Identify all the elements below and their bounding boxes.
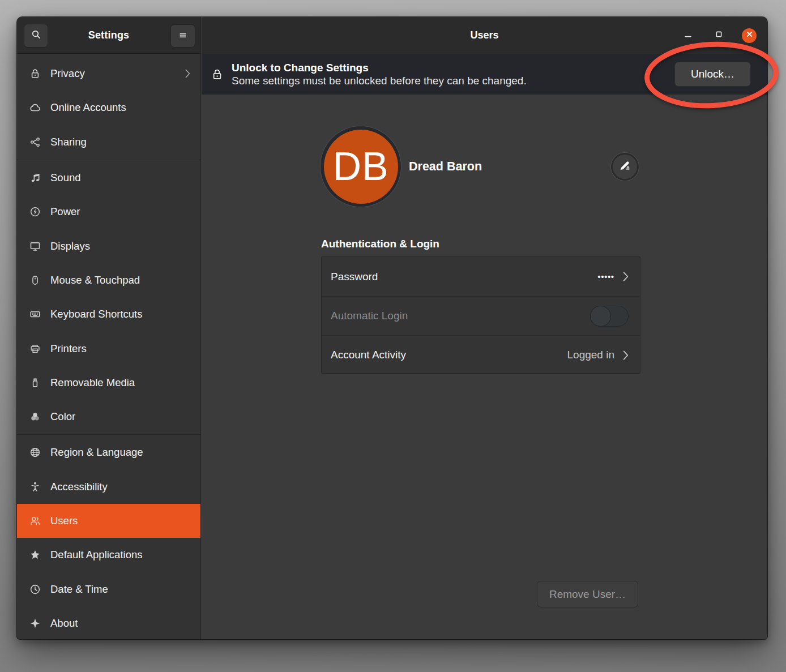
mouse-icon — [29, 275, 41, 286]
sidebar-item-label: Displays — [50, 240, 90, 252]
automatic-login-control — [590, 306, 629, 327]
sidebar-list: PrivacyOnline AccountsSharingSoundPowerD… — [17, 54, 200, 639]
sidebar-item-label: Privacy — [50, 67, 85, 80]
infobar-text: Unlock to Change Settings Some settings … — [232, 61, 527, 88]
users-page: DB Dread Baron Authentication & Login Pa… — [202, 95, 767, 639]
avatar-initials: DB — [324, 130, 398, 204]
sidebar-item-online-accounts[interactable]: Online Accounts — [17, 91, 200, 125]
sidebar-item-accessibility[interactable]: Accessibility — [17, 470, 200, 504]
power-icon — [29, 206, 41, 217]
sidebar-item-sharing[interactable]: Sharing — [17, 125, 200, 159]
sidebar-item-users[interactable]: Users — [17, 504, 200, 538]
auth-list: Password ••••• Automatic Login — [321, 256, 640, 374]
titlebar: Users — [202, 17, 767, 54]
infobar-title: Unlock to Change Settings — [232, 61, 527, 74]
sidebar-separator — [17, 434, 200, 435]
automatic-login-row: Automatic Login — [322, 296, 640, 335]
sidebar-item-label: Sharing — [50, 136, 87, 148]
sound-icon — [29, 172, 41, 183]
sidebar-item-color[interactable]: Color — [17, 400, 200, 434]
remove-user-button[interactable]: Remove User… — [537, 581, 638, 607]
infobar-subtitle: Some settings must be unlocked before th… — [232, 74, 527, 88]
settings-window: Settings PrivacyOnline AccountsSharingSo… — [17, 17, 767, 639]
sidebar-item-label: Default Applications — [50, 549, 143, 561]
sidebar-item-keyboard-shortcuts[interactable]: Keyboard Shortcuts — [17, 297, 200, 331]
lock-icon — [211, 68, 224, 81]
sidebar-item-mouse-touchpad[interactable]: Mouse & Touchpad — [17, 263, 200, 297]
user-name: Dread Baron — [409, 160, 482, 174]
toggle-knob — [590, 306, 611, 327]
password-dots: ••••• — [597, 273, 614, 281]
sidebar-item-label: Sound — [50, 172, 81, 184]
removable-media-icon — [29, 377, 41, 388]
automatic-login-label: Automatic Login — [331, 310, 408, 322]
sidebar-item-label: Power — [50, 206, 80, 218]
account-activity-label: Account Activity — [331, 349, 406, 361]
display-icon — [29, 241, 41, 252]
password-label: Password — [331, 271, 378, 283]
accessibility-icon — [29, 481, 41, 493]
sidebar-item-about[interactable]: About — [17, 606, 200, 639]
sidebar-item-sound[interactable]: Sound — [17, 161, 200, 195]
sidebar-header: Settings — [17, 17, 200, 54]
sidebar-item-privacy[interactable]: Privacy — [17, 57, 200, 91]
close-button[interactable] — [742, 28, 757, 43]
sidebar-item-label: Mouse & Touchpad — [50, 274, 140, 286]
minimize-button[interactable] — [681, 28, 695, 43]
sparkle-icon — [29, 618, 41, 629]
account-activity-row[interactable]: Account Activity Logged in — [322, 335, 640, 374]
edit-name-button[interactable] — [611, 153, 639, 181]
sidebar-item-label: Printers — [50, 343, 87, 355]
cloud-icon — [29, 102, 41, 113]
password-row[interactable]: Password ••••• — [322, 257, 640, 296]
main-pane: Users — [202, 17, 767, 639]
chevron-right-icon — [623, 272, 629, 281]
sidebar-item-printers[interactable]: Printers — [17, 331, 200, 365]
section-title: Authentication & Login — [321, 238, 439, 250]
account-activity-value-group: Logged in — [567, 349, 629, 361]
sidebar-item-label: Color — [50, 410, 75, 423]
sidebar-item-date-time[interactable]: Date & Time — [17, 572, 200, 606]
minimize-icon — [683, 29, 693, 42]
sidebar-item-label: Removable Media — [50, 376, 135, 389]
chevron-right-icon — [185, 69, 190, 78]
password-value-group: ••••• — [597, 272, 629, 281]
sidebar-item-removable-media[interactable]: Removable Media — [17, 366, 200, 400]
globe-icon — [29, 447, 41, 458]
clock-icon — [29, 584, 41, 595]
maximize-button[interactable] — [711, 28, 726, 43]
desktop: Settings PrivacyOnline AccountsSharingSo… — [0, 0, 786, 672]
account-activity-value: Logged in — [567, 349, 614, 361]
sidebar-item-label: Users — [50, 515, 78, 527]
window-controls — [681, 17, 757, 54]
sidebar-item-region-language[interactable]: Region & Language — [17, 435, 200, 469]
unlock-infobar: Unlock to Change Settings Some settings … — [202, 54, 767, 95]
keyboard-icon — [29, 309, 41, 320]
sidebar-item-label: Region & Language — [50, 446, 143, 459]
close-icon — [745, 30, 754, 41]
sidebar-item-label: Accessibility — [50, 481, 108, 493]
sidebar-item-label: Date & Time — [50, 583, 108, 596]
pencil-icon — [617, 158, 633, 176]
sidebar-item-label: Online Accounts — [50, 101, 126, 114]
users-icon — [29, 515, 41, 527]
star-icon — [29, 549, 41, 560]
automatic-login-toggle[interactable] — [590, 306, 629, 327]
maximize-icon — [714, 29, 724, 41]
printer-icon — [29, 343, 41, 354]
color-icon — [29, 411, 41, 422]
avatar: DB — [321, 126, 401, 207]
hamburger-menu-icon — [178, 30, 188, 42]
chevron-right-icon — [623, 350, 629, 360]
primary-menu-button[interactable] — [170, 24, 195, 48]
sidebar-item-default-applications[interactable]: Default Applications — [17, 538, 200, 572]
sidebar-separator — [17, 160, 200, 160]
unlock-button[interactable]: Unlock… — [674, 62, 751, 87]
sidebar: Settings PrivacyOnline AccountsSharingSo… — [17, 17, 201, 639]
sidebar-item-displays[interactable]: Displays — [17, 229, 200, 263]
lock-icon — [29, 68, 41, 79]
share-icon — [29, 136, 41, 148]
sidebar-item-label: Keyboard Shortcuts — [50, 308, 142, 320]
sidebar-item-power[interactable]: Power — [17, 195, 200, 229]
sidebar-item-label: About — [50, 617, 78, 630]
